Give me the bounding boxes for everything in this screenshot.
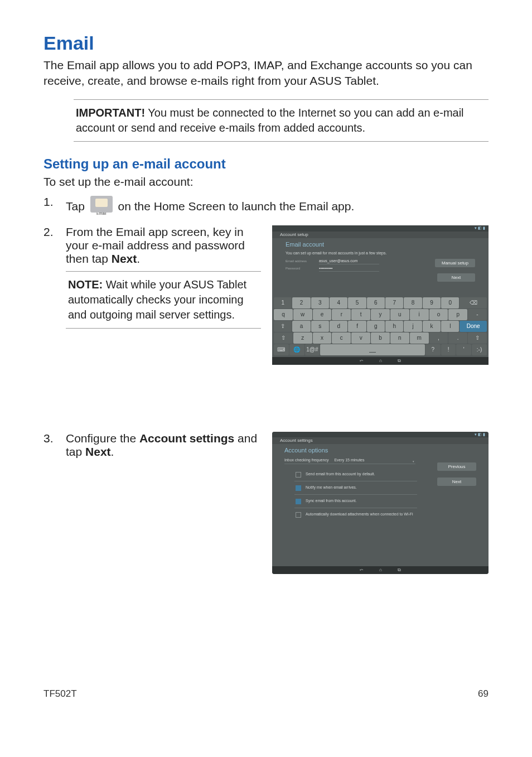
key-d[interactable]: d [330, 321, 347, 332]
manual-page: Email The Email app allows you to add PO… [0, 0, 532, 714]
key-o[interactable]: o [429, 309, 448, 320]
shift-key-r[interactable]: ⇧ [468, 332, 487, 344]
option-sync[interactable]: Sync email from this account. [294, 496, 417, 508]
step2-text: From the Email app screen, key in your e… [66, 225, 261, 329]
footer-model: TF502T [43, 688, 77, 700]
opt-3: Automatically download attachments when … [306, 512, 413, 518]
checkbox-checked-icon[interactable] [296, 499, 301, 504]
step3-bold1: Account settings [139, 432, 234, 445]
key-x[interactable]: x [313, 332, 332, 344]
step1-text-a: Tap [66, 200, 88, 213]
key-l[interactable]: l [441, 321, 459, 332]
key-i[interactable]: i [410, 309, 429, 320]
opt-0: Send email from this account by default. [306, 472, 375, 478]
key-s[interactable]: s [311, 321, 329, 332]
option-notify[interactable]: Notify me when email arrives. [294, 483, 417, 495]
key-6[interactable]: 6 [367, 297, 385, 308]
key-3[interactable]: 3 [311, 297, 329, 308]
key-4[interactable]: 4 [330, 297, 347, 308]
nav-bar-2: ⤺ ⌂ ⧉ [272, 566, 489, 574]
option-auto-download[interactable]: Automatically download attachments when … [294, 510, 417, 521]
key-exclaim[interactable]: ! [441, 344, 456, 355]
key-r[interactable]: r [332, 309, 351, 320]
key-question[interactable]: ? [425, 344, 441, 355]
key-w[interactable]: w [293, 309, 312, 320]
checkbox-checked-icon[interactable] [296, 485, 301, 491]
globe-key[interactable]: 🌐 [289, 344, 304, 355]
key-j[interactable]: j [404, 321, 422, 332]
key-e[interactable]: e [313, 309, 332, 320]
step3-text: Configure the Account settings and tap N… [66, 432, 261, 459]
symbols-key[interactable]: 1@# [305, 344, 320, 355]
key-9[interactable]: 9 [423, 297, 441, 308]
nav-bar: ⤺ ⌂ ⧉ [272, 357, 489, 365]
key-v[interactable]: v [351, 332, 370, 344]
app-bar-2: Account settings [272, 437, 489, 444]
step-1: Tap Email on the Home Screen to launch t… [43, 195, 489, 215]
status-bar: ▾ ◧ ▮ [272, 225, 489, 232]
email-field[interactable]: asus_user@asus.com [319, 259, 379, 264]
key-z[interactable]: z [293, 332, 312, 344]
email-field-label: Email address [286, 259, 312, 263]
keyboard-icon-key[interactable]: ⌨ [274, 344, 289, 355]
key-comma[interactable]: , [429, 332, 448, 344]
inbox-frequency-dropdown[interactable]: Inbox checking frequency Every 15 minute… [284, 458, 415, 464]
step1-text-b: on the Home Screen to launch the Email a… [118, 200, 355, 213]
key-dash[interactable]: - [468, 309, 487, 320]
previous-button[interactable]: Previous [437, 462, 476, 471]
s2-header: Account options [284, 447, 476, 454]
key-7[interactable]: 7 [385, 297, 403, 308]
s1-header: Email account [286, 241, 475, 248]
caps-key[interactable]: ⇪ [274, 321, 292, 332]
step2-bold: Next [112, 252, 137, 265]
key-m[interactable]: m [410, 332, 429, 344]
key-p[interactable]: p [448, 309, 467, 320]
password-field[interactable]: •••••••••• [319, 266, 379, 272]
done-key[interactable]: Done [460, 321, 487, 332]
key-1[interactable]: 1 [274, 297, 292, 308]
key-smiley[interactable]: :-) [472, 344, 487, 355]
key-y[interactable]: y [371, 309, 390, 320]
home-icon[interactable]: ⌂ [379, 358, 382, 363]
key-t[interactable]: t [351, 309, 370, 320]
freq-label: Inbox checking frequency [284, 458, 328, 462]
app-bar: Account setup [272, 232, 489, 238]
key-c[interactable]: c [332, 332, 351, 344]
checkbox-unchecked-icon[interactable] [296, 512, 301, 518]
key-apostrophe[interactable]: ' [456, 344, 471, 355]
key-8[interactable]: 8 [404, 297, 422, 308]
key-b[interactable]: b [371, 332, 390, 344]
key-n[interactable]: n [390, 332, 409, 344]
email-app-icon-wrap: Email [88, 195, 115, 215]
back-icon[interactable]: ⤺ [360, 567, 364, 572]
key-f[interactable]: f [348, 321, 366, 332]
key-0[interactable]: 0 [441, 297, 459, 308]
key-u[interactable]: u [390, 309, 409, 320]
key-5[interactable]: 5 [348, 297, 366, 308]
next-button[interactable]: Next [437, 273, 475, 282]
footer-page-number: 69 [478, 688, 489, 700]
recents-icon[interactable]: ⧉ [398, 567, 401, 573]
option-default-account[interactable]: Send email from this account by default. [294, 470, 417, 481]
onscreen-keyboard[interactable]: 1 2 3 4 5 6 7 8 9 0 ⌫ [274, 297, 487, 357]
important-callout: IMPORTANT! You must be connected to the … [74, 99, 489, 142]
backspace-key[interactable]: ⌫ [460, 297, 487, 308]
step3-bold2: Next [85, 445, 111, 458]
key-g[interactable]: g [367, 321, 385, 332]
key-h[interactable]: h [385, 321, 403, 332]
step3-c: . [111, 445, 114, 458]
home-icon[interactable]: ⌂ [379, 567, 382, 572]
key-q[interactable]: q [274, 309, 293, 320]
checkbox-unchecked-icon[interactable] [296, 472, 301, 478]
key-2[interactable]: 2 [292, 297, 310, 308]
recents-icon[interactable]: ⧉ [398, 358, 401, 364]
key-k[interactable]: k [423, 321, 441, 332]
back-icon[interactable]: ⤺ [360, 358, 364, 363]
next-button-2[interactable]: Next [437, 478, 476, 486]
manual-setup-button[interactable]: Manual setup [435, 259, 475, 267]
key-a[interactable]: a [292, 321, 310, 332]
space-key[interactable]: ⎯⎯ [320, 344, 425, 355]
note-label: NOTE: [68, 278, 103, 291]
key-period[interactable]: . [448, 332, 467, 344]
shift-key[interactable]: ⇧ [274, 332, 293, 344]
